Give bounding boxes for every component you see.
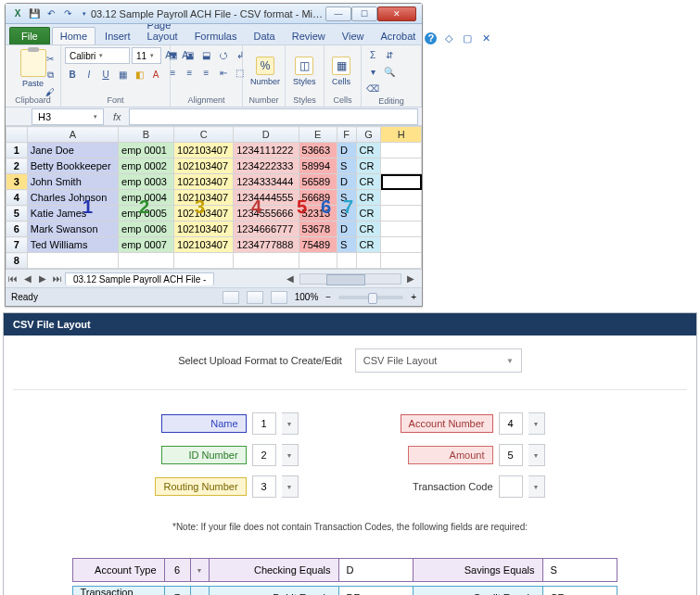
cell-empty[interactable] [174, 253, 234, 269]
number-format-button[interactable]: %Number [247, 55, 284, 88]
cells-button[interactable]: ▦Cells [328, 55, 354, 88]
cell-C2[interactable]: 102103407 [174, 158, 234, 174]
tab-first-icon[interactable]: ⏮ [6, 273, 20, 284]
zoom-slider[interactable] [338, 296, 403, 299]
field-account-value[interactable]: 4 [499, 412, 523, 435]
tab-view[interactable]: View [335, 28, 372, 44]
grid[interactable]: A B C D E F G H 1Jane Doeemp 00011021034… [6, 126, 422, 269]
cell-F4[interactable]: S [337, 190, 356, 206]
cell-C1[interactable]: 102103407 [174, 143, 234, 158]
field-routing-value[interactable]: 3 [252, 475, 276, 498]
cell-D7[interactable]: 1234777888 [234, 237, 299, 253]
hscroll-right-icon[interactable]: ▶ [403, 273, 418, 285]
tab-next-icon[interactable]: ▶ [35, 273, 50, 284]
cell-H4[interactable] [381, 190, 422, 206]
align-right-icon[interactable]: ≡ [199, 65, 214, 80]
cell-C3[interactable]: 102103407 [174, 174, 234, 190]
cut-icon[interactable]: ✂ [43, 51, 57, 66]
normal-view-button[interactable] [223, 291, 239, 304]
transaction-type-stepper[interactable]: ▼ [191, 586, 210, 595]
credit-equals-value[interactable]: CR [543, 586, 617, 595]
minimize-ribbon-icon[interactable]: ◇ [442, 32, 455, 44]
field-id-stepper[interactable]: ▼ [282, 444, 299, 466]
horizontal-scrollbar[interactable] [299, 273, 401, 285]
row-header[interactable]: 2 [6, 158, 28, 174]
cell-B2[interactable]: emp 0002 [119, 158, 174, 174]
redo-icon[interactable]: ↷ [61, 7, 74, 20]
zoom-out-button[interactable]: − [325, 292, 331, 302]
cell-A3[interactable]: John Smith [27, 174, 118, 190]
cell-B5[interactable]: emp 0005 [119, 206, 174, 222]
clear-icon[interactable]: ⌫ [365, 81, 380, 95]
cell-E7[interactable]: 75489 [299, 237, 337, 253]
cell-G3[interactable]: CR [356, 174, 381, 190]
cell-H7[interactable] [381, 237, 422, 253]
undo-icon[interactable]: ↶ [45, 7, 57, 20]
cell-D1[interactable]: 1234111222 [234, 143, 299, 158]
page-break-view-button[interactable] [271, 291, 287, 304]
cell-A4[interactable]: Charles Johnson [27, 190, 118, 206]
cell-G6[interactable]: CR [356, 222, 381, 237]
find-icon[interactable]: 🔍 [382, 64, 397, 79]
cell-H3[interactable] [381, 174, 422, 190]
cell-A6[interactable]: Mark Swanson [27, 222, 118, 237]
cell-A7[interactable]: Ted Williams [27, 237, 118, 253]
cell-E5[interactable]: 52313 [299, 206, 337, 222]
cell-F1[interactable]: D [337, 143, 356, 158]
cell-B7[interactable]: emp 0007 [119, 237, 174, 253]
cell-E3[interactable]: 56589 [299, 174, 337, 190]
cell-B6[interactable]: emp 0006 [119, 222, 174, 237]
field-name-stepper[interactable]: ▼ [282, 412, 299, 435]
cell-E2[interactable]: 58994 [299, 158, 337, 174]
col-header-D[interactable]: D [234, 127, 299, 143]
fx-icon[interactable]: fx [106, 111, 129, 122]
upload-format-dropdown[interactable]: CSV File Layout▼ [355, 348, 522, 373]
account-type-value[interactable]: 6 [165, 558, 191, 582]
tab-last-icon[interactable]: ⏭ [50, 273, 65, 284]
cell-G7[interactable]: CR [356, 237, 381, 253]
cell-F2[interactable]: S [337, 158, 356, 174]
col-header-H[interactable]: H [381, 127, 422, 143]
fill-icon[interactable]: ▾ [365, 64, 380, 79]
hscroll-left-icon[interactable]: ◀ [283, 273, 298, 285]
cell-D5[interactable]: 1234555666 [234, 206, 299, 222]
checking-equals-value[interactable]: D [339, 558, 414, 582]
tab-review[interactable]: Review [285, 28, 333, 44]
savings-equals-value[interactable]: S [543, 558, 617, 582]
align-bottom-icon[interactable]: ⬓ [199, 47, 214, 62]
cell-H6[interactable] [381, 222, 422, 237]
underline-button[interactable]: U [98, 67, 113, 82]
col-header-F[interactable]: F [337, 127, 356, 143]
qat-dropdown-icon[interactable]: ▾ [78, 7, 91, 20]
cell-D2[interactable]: 1234222333 [234, 158, 299, 174]
fill-color-button[interactable]: ◧ [132, 67, 146, 82]
cell-B4[interactable]: emp 0004 [119, 190, 174, 206]
page-layout-view-button[interactable] [247, 291, 263, 304]
styles-button[interactable]: ◫Styles [289, 55, 320, 88]
cell-D4[interactable]: 1234444555 [234, 190, 299, 206]
cell-empty[interactable] [119, 253, 174, 269]
row-header[interactable]: 7 [6, 237, 28, 253]
cell-F5[interactable]: S [337, 206, 356, 222]
border-button[interactable]: ▦ [115, 67, 130, 82]
cell-F7[interactable]: S [337, 237, 356, 253]
tab-prev-icon[interactable]: ◀ [20, 273, 35, 284]
cell-D6[interactable]: 1234666777 [234, 222, 299, 237]
field-amount-value[interactable]: 5 [499, 444, 523, 466]
bold-button[interactable]: B [65, 67, 80, 82]
zoom-in-button[interactable]: + [411, 292, 416, 302]
italic-button[interactable]: I [82, 67, 96, 82]
tab-formulas[interactable]: Formulas [187, 28, 245, 44]
font-name-dropdown[interactable]: Calibri▾ [65, 47, 130, 64]
cell-empty[interactable] [299, 253, 337, 269]
cell-E6[interactable]: 53678 [299, 222, 337, 237]
cell-G1[interactable]: CR [356, 143, 381, 158]
formula-input[interactable] [129, 108, 418, 125]
cell-C7[interactable]: 102103407 [174, 237, 234, 253]
row-header[interactable]: 5 [6, 206, 28, 222]
field-amount-stepper[interactable]: ▼ [528, 444, 545, 466]
cell-empty[interactable] [337, 253, 356, 269]
row-header[interactable]: 3 [6, 174, 28, 190]
account-type-stepper[interactable]: ▼ [191, 558, 210, 582]
cell-H5[interactable] [381, 206, 422, 222]
